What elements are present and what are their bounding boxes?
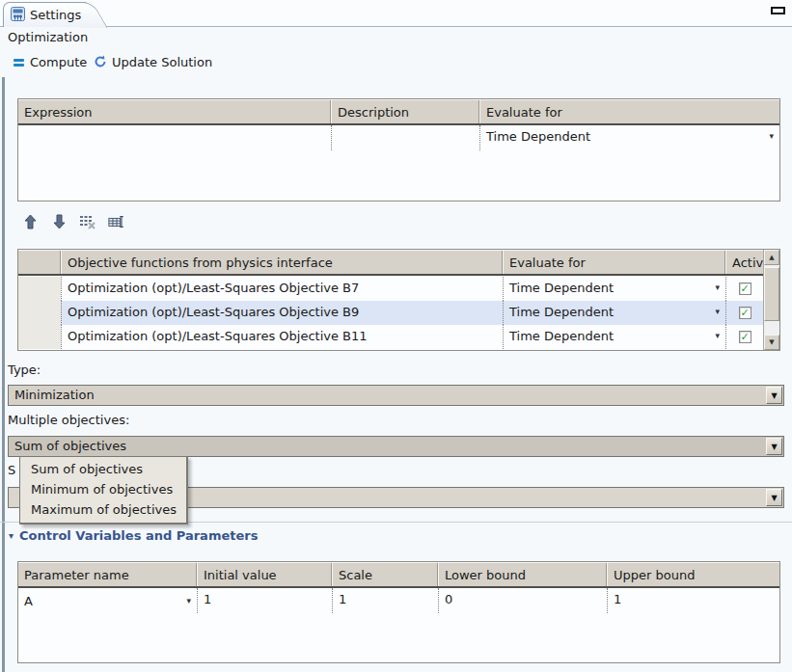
vertical-scrollbar[interactable]: ▲ ▼	[763, 250, 779, 350]
column-header-description: Description	[331, 100, 479, 123]
upper-bound-cell[interactable]: 1	[607, 588, 779, 613]
column-header-selector	[18, 251, 61, 274]
type-combobox[interactable]: Minimization ▼	[8, 385, 784, 406]
row-selector-cell[interactable]	[18, 325, 61, 349]
settings-icon	[11, 7, 25, 24]
panel-left-edge	[2, 77, 5, 672]
parameter-name-dropdown-cell[interactable]: A ▾	[18, 588, 197, 613]
column-header-evaluate-for: Evaluate for	[479, 100, 779, 123]
chevron-down-icon[interactable]: ▾	[186, 594, 191, 607]
column-header-upper-bound: Upper bound	[607, 563, 779, 586]
chevron-down-icon[interactable]: ▾	[715, 329, 720, 342]
compute-button[interactable]: Compute	[13, 52, 87, 71]
dropdown-option-sum[interactable]: Sum of objectives	[20, 459, 186, 479]
active-checkbox[interactable]: ✓	[739, 331, 751, 343]
objectives-table: Objective functions from physics interfa…	[17, 249, 780, 351]
tab-settings[interactable]: Settings	[3, 2, 86, 27]
section-title: Control Variables and Parameters	[19, 528, 258, 543]
evaluate-for-dropdown-cell[interactable]: ▾ Time Dependent	[503, 301, 725, 325]
occluded-field-label: S	[8, 463, 15, 477]
expression-cell[interactable]	[18, 125, 331, 150]
expression-table: Expression Description Evaluate for ▾ Ti…	[17, 98, 780, 202]
compute-icon	[13, 57, 25, 67]
section-control-variables[interactable]: ▾ Control Variables and Parameters	[9, 528, 258, 543]
multiple-objectives-combobox[interactable]: Sum of objectives ▼	[8, 436, 784, 457]
column-header-expression: Expression	[18, 100, 331, 123]
parameters-table-header: Parameter name Initial value Scale Lower…	[18, 562, 779, 588]
chevron-down-icon[interactable]: ▾	[715, 305, 720, 318]
chevron-down-icon[interactable]: ▼	[766, 489, 782, 506]
objective-row[interactable]: Optimization (opt)/Least-Squares Objecti…	[18, 301, 763, 325]
column-header-evaluate-for: Evaluate for	[503, 251, 725, 274]
page-title: Optimization	[8, 30, 88, 44]
type-label: Type:	[8, 363, 41, 377]
column-header-scale: Scale	[332, 563, 438, 586]
objective-row[interactable]: Optimization (opt)/Least-Squares Objecti…	[18, 277, 763, 301]
dropdown-option-minimum[interactable]: Minimum of objectives	[20, 479, 186, 499]
chevron-down-icon[interactable]: ▾	[715, 281, 720, 294]
column-header-active: Active	[725, 251, 763, 274]
tab-label: Settings	[30, 8, 81, 22]
row-selector-cell[interactable]	[18, 277, 61, 301]
evaluate-for-dropdown-cell[interactable]: ▾ Time Dependent	[503, 325, 725, 349]
row-selector-cell[interactable]	[18, 301, 61, 325]
move-down-icon[interactable]	[50, 213, 68, 230]
column-header-objective: Objective functions from physics interfa…	[61, 251, 503, 274]
evaluate-for-dropdown-cell[interactable]: ▾ Time Dependent	[503, 277, 725, 301]
expression-table-header: Expression Description Evaluate for	[18, 99, 779, 125]
multiple-objectives-dropdown-list: Sum of objectives Minimum of objectives …	[19, 456, 188, 524]
objective-cell[interactable]: Optimization (opt)/Least-Squares Objecti…	[61, 277, 503, 301]
check-icon: ✓	[740, 307, 749, 319]
parameter-row[interactable]: A ▾ 1 1 0 1	[18, 588, 779, 613]
evaluate-for-dropdown-cell[interactable]: ▾ Time Dependent	[479, 125, 779, 150]
column-header-parameter-name: Parameter name	[18, 563, 197, 586]
compute-label: Compute	[30, 55, 87, 69]
multiple-objectives-value: Sum of objectives	[14, 439, 126, 453]
objective-cell[interactable]: Optimization (opt)/Least-Squares Objecti…	[61, 325, 503, 349]
dropdown-option-maximum[interactable]: Maximum of objectives	[20, 499, 186, 520]
settings-panel: Settings Optimization Compute Update Sol…	[0, 0, 792, 672]
scroll-up-icon[interactable]: ▲	[764, 250, 779, 265]
active-checkbox[interactable]: ✓	[739, 307, 751, 319]
initial-value-cell[interactable]: 1	[197, 588, 332, 613]
type-value: Minimization	[14, 388, 95, 402]
collapse-triangle-icon[interactable]: ▾	[9, 530, 14, 541]
load-from-file-icon[interactable]	[108, 213, 125, 230]
column-header-initial-value: Initial value	[197, 563, 332, 586]
active-checkbox[interactable]: ✓	[739, 282, 751, 295]
objectives-table-header: Objective functions from physics interfa…	[18, 250, 763, 276]
multiple-objectives-label: Multiple objectives:	[8, 413, 129, 427]
scale-cell[interactable]: 1	[332, 588, 438, 613]
description-cell[interactable]	[331, 125, 479, 150]
update-solution-button[interactable]: Update Solution	[94, 52, 212, 71]
minimize-icon[interactable]	[771, 7, 785, 14]
objective-row[interactable]: Optimization (opt)/Least-Squares Objecti…	[18, 325, 763, 349]
parameters-table: Parameter name Initial value Scale Lower…	[17, 561, 780, 663]
chevron-down-icon[interactable]: ▼	[766, 387, 782, 404]
check-icon: ✓	[740, 331, 749, 343]
scroll-down-icon[interactable]: ▼	[764, 335, 779, 350]
refresh-icon	[94, 55, 107, 68]
chevron-down-icon[interactable]: ▾	[769, 129, 774, 143]
delete-icon[interactable]	[79, 213, 96, 230]
check-icon: ✓	[740, 282, 749, 295]
objective-cell[interactable]: Optimization (opt)/Least-Squares Objecti…	[61, 301, 503, 325]
move-up-icon[interactable]	[21, 213, 39, 230]
update-solution-label: Update Solution	[112, 55, 212, 69]
lower-bound-cell[interactable]: 0	[438, 588, 607, 613]
objective-toolbar	[21, 213, 125, 230]
chevron-down-icon[interactable]: ▼	[766, 438, 782, 455]
column-header-lower-bound: Lower bound	[438, 563, 607, 586]
scrollbar-thumb[interactable]	[764, 267, 779, 321]
tab-bar: Settings	[0, 0, 792, 27]
